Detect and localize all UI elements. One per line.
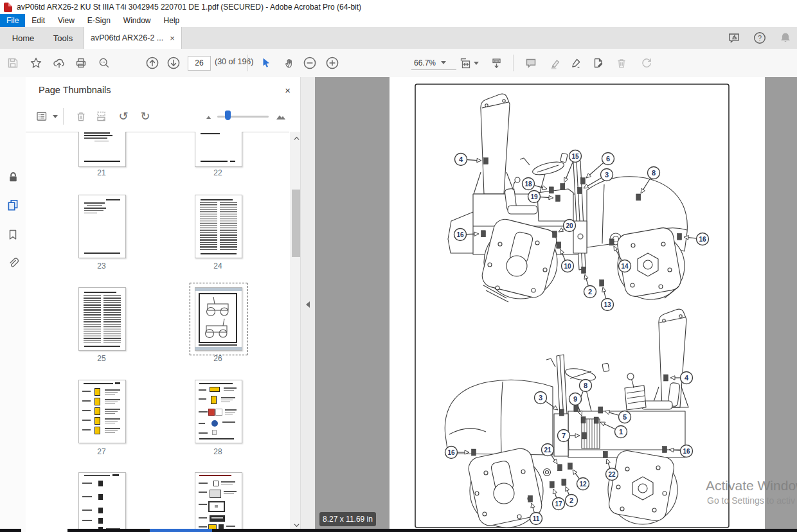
highlight-icon[interactable] [547,55,564,71]
thumb-smaller-icon[interactable] [201,108,218,125]
scroll-up-icon[interactable] [293,135,300,142]
thumbnail-page-27[interactable] [78,380,126,443]
thumbnail-page-number: 22 [194,168,242,177]
svg-text:17: 17 [555,501,562,508]
taskbar-active-app [150,529,212,532]
page-fit-icon[interactable] [458,55,479,71]
feedback-icon[interactable] [726,30,742,46]
svg-text:16: 16 [456,231,464,238]
tab-home[interactable]: Home [5,27,41,49]
thumb-larger-icon[interactable] [273,108,290,125]
page-up-icon[interactable] [144,55,161,71]
svg-text:16: 16 [683,448,690,455]
svg-text:12: 12 [579,481,587,488]
thumbnail-list: 2122232425 262728 [26,132,289,532]
size-slider-handle[interactable] [225,111,231,120]
svg-text:16: 16 [699,236,706,243]
page-down-icon[interactable] [165,55,182,71]
trash-icon[interactable] [613,55,630,71]
hand-tool-icon[interactable] [282,55,298,71]
help-icon[interactable]: ? [752,30,767,46]
svg-text:8: 8 [652,169,656,177]
thumbnail-page-26[interactable] [195,287,242,351]
bookmarks-icon[interactable] [5,227,21,242]
menu-bar: FileEditViewE-SignWindowHelp [0,14,797,27]
svg-text:18: 18 [524,181,532,188]
share-cloud-icon[interactable] [51,55,67,71]
delete-page-icon[interactable] [73,108,89,125]
svg-text:6: 6 [606,155,610,163]
thumbnail-page-21[interactable] [78,132,126,167]
svg-text:14: 14 [621,263,629,270]
print-icon[interactable] [73,55,89,71]
thumbnail-page-number: 28 [194,447,242,456]
page-thumbnails-icon[interactable] [5,197,21,213]
thumbnail-page-partial[interactable] [195,472,242,532]
svg-text:21: 21 [544,447,551,454]
menu-window[interactable]: Window [117,14,157,27]
scroll-down-icon[interactable] [293,522,300,529]
page-number-input[interactable]: 26 [188,56,211,71]
thumbnail-page-24[interactable] [195,195,242,258]
activate-windows-watermark-line2: Go to Settings to activ [707,495,795,506]
panel-title: Page Thumbnails [39,85,111,95]
security-lock-icon[interactable] [5,169,21,184]
tab-close-icon[interactable]: × [170,33,175,43]
star-icon[interactable] [28,55,44,71]
taskbar-edge [0,529,21,532]
acrobat-app-icon [4,3,12,12]
save-icon[interactable] [4,55,21,71]
fill-and-sign-icon[interactable] [590,55,607,71]
notifications-bell-icon[interactable] [778,30,793,46]
options-icon[interactable] [33,108,50,125]
thumbnail-page-25[interactable] [78,287,126,351]
thumbnail-page-number: 23 [78,262,125,270]
chevron-down-icon [474,62,479,65]
chevron-down-icon[interactable] [53,115,58,118]
zoom-level-dropdown[interactable]: 66.7% [411,56,456,70]
svg-text:?: ? [758,34,762,42]
svg-text:11: 11 [533,515,540,522]
select-tool-icon[interactable] [258,55,274,71]
tab-tools[interactable]: Tools [45,27,81,49]
thumbnail-page-partial[interactable] [78,472,126,532]
zoom-out-icon[interactable] [301,55,318,71]
menu-view[interactable]: View [51,14,81,27]
thumbnail-page-number: 26 [194,354,242,363]
scrolling-mode-icon[interactable] [488,55,505,71]
svg-text:4: 4 [459,155,463,163]
thumbnail-page-22[interactable] [195,132,242,167]
tab-document[interactable]: avP06td ARX26-2 ... × [84,27,182,49]
svg-text:3: 3 [539,394,542,402]
svg-text:22: 22 [608,471,616,478]
menu-edit[interactable]: Edit [25,14,51,27]
panel-splitter[interactable] [300,77,316,532]
svg-text:1: 1 [619,428,623,436]
extract-page-icon[interactable] [93,108,110,125]
search-icon[interactable] [96,55,112,71]
menu-esign[interactable]: E-Sign [81,14,117,27]
thumbnail-page-number: 24 [194,262,242,270]
menu-file[interactable]: File [0,14,25,27]
page-size-tooltip: 8.27 x 11.69 in [319,512,376,526]
svg-text:10: 10 [564,263,571,270]
attachments-icon[interactable] [5,255,21,270]
thumbnail-page-23[interactable] [78,195,126,258]
document-pane[interactable]: 4156381819162016101421348395172116162212… [315,77,797,532]
svg-text:2: 2 [569,497,573,504]
close-icon[interactable]: × [285,85,291,96]
zoom-in-icon[interactable] [324,55,341,71]
refresh-icon[interactable] [638,55,655,71]
comment-icon[interactable] [523,55,539,71]
machine-diagram: 4156381819162016101421348395172116162212… [315,77,797,532]
rotate-ccw-icon[interactable]: ↺ [115,108,132,125]
menu-help[interactable]: Help [157,14,186,27]
rotate-cw-icon[interactable]: ↻ [137,108,154,125]
tab-bar: Home Tools avP06td ARX26-2 ... × ? [0,27,797,49]
title-bar: avP06td ARX26-2 KU St IIIA T4i 3042945 2… [0,0,797,14]
svg-text:8: 8 [584,382,587,389]
chevron-down-icon [441,61,446,64]
thumbnail-page-28[interactable] [195,380,242,443]
svg-text:20: 20 [566,222,573,229]
sign-icon[interactable] [568,55,584,71]
